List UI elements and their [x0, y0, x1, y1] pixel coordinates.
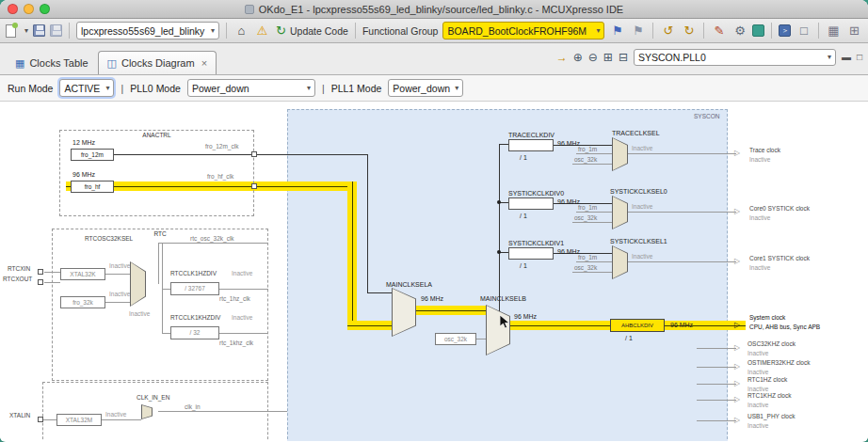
- pll1-mode-combo[interactable]: Power_down ▾: [388, 79, 463, 97]
- fro12m-freq-label: 12 MHz: [72, 139, 95, 147]
- systickclksel1-status: Inactive: [632, 253, 652, 260]
- toolbar-separator: [703, 23, 704, 39]
- rtcclk1khzdiv-block[interactable]: / 32: [170, 326, 219, 339]
- go-to-arrow-icon[interactable]: →: [556, 51, 568, 64]
- ahbclkdiv-freq: 96 MHz: [670, 322, 693, 329]
- pll0-mode-combo[interactable]: Power_down ▾: [187, 79, 315, 97]
- wire: [628, 153, 736, 154]
- systickclksel0-label: SYSTICKCLKSEL0: [610, 188, 667, 196]
- grid-view-icon[interactable]: ▦: [826, 24, 842, 39]
- update-code-icon: ↻: [275, 24, 287, 39]
- toolbar-separator: [818, 23, 819, 39]
- highlighted-wire: [416, 306, 488, 315]
- tab-clocks-diagram[interactable]: ◫ Clocks Diagram ×: [98, 51, 217, 74]
- wire: [697, 400, 736, 401]
- wire: [576, 212, 612, 213]
- osc32k-block[interactable]: osc_32k: [435, 333, 476, 345]
- output-name: OSC32KHZ clock: [747, 340, 796, 348]
- redo-icon[interactable]: ↻: [681, 24, 697, 39]
- functional-group-combo[interactable]: BOARD_BootClockFROHF96M ▾: [442, 22, 604, 39]
- port: [38, 279, 43, 285]
- minimize-view-icon[interactable]: ▬: [842, 52, 851, 62]
- update-code-button[interactable]: ↻ Update Code: [275, 24, 348, 39]
- window-icon[interactable]: □: [796, 24, 812, 39]
- project-combo[interactable]: lpcxpresso55s69_led_blinky ▾: [76, 22, 219, 39]
- wire: [576, 153, 612, 154]
- run-mode-label: Run Mode: [8, 83, 53, 94]
- wand-icon[interactable]: [752, 24, 764, 37]
- bookmark-icon[interactable]: ⚑: [630, 24, 646, 39]
- gear-icon[interactable]: ⚙: [731, 24, 747, 39]
- systickclkdiv1-value: / 1: [520, 262, 527, 270]
- mainclkselb-label: MAINCLKSELB: [480, 295, 526, 303]
- wire: [628, 212, 736, 213]
- close-tab-icon[interactable]: ×: [201, 57, 207, 69]
- port: [251, 151, 257, 157]
- output-arrow-icon: ▷: [734, 380, 740, 387]
- perspective-icon[interactable]: ⊞: [846, 24, 862, 39]
- fro32k-block[interactable]: fro_32k: [60, 296, 105, 308]
- maximize-view-icon[interactable]: □: [857, 52, 862, 62]
- console-icon[interactable]: ＞: [779, 24, 791, 37]
- home-icon[interactable]: ⌂: [233, 24, 249, 39]
- systickclkdiv1-label: SYSTICKCLKDIV1: [508, 240, 564, 247]
- save-icon[interactable]: [33, 24, 45, 37]
- run-mode-combo[interactable]: ACTIVE ▾: [59, 79, 114, 97]
- systick0-in1-label: fro_1m: [578, 204, 597, 212]
- minimize-window-button[interactable]: [24, 4, 34, 14]
- zoom-out-icon[interactable]: ⊖: [588, 51, 598, 64]
- edit-icon[interactable]: ✎: [711, 24, 727, 39]
- systickclkdiv0-block[interactable]: [508, 197, 554, 210]
- ahbclkdiv-value: / 1: [625, 335, 633, 342]
- mainclkselb-freq: 96 MHz: [514, 313, 537, 321]
- rtc-1hz-wire-label: rtc_1hz_clk: [219, 295, 250, 303]
- frohf-block[interactable]: fro_hf: [71, 181, 114, 193]
- component-combo[interactable]: SYSCON.PLL0 ▾: [634, 49, 836, 66]
- chevron-down-icon[interactable]: ▾: [24, 26, 28, 35]
- zoom-window-button[interactable]: [40, 4, 50, 14]
- traceclkdiv-freq: 96 MHz: [557, 140, 580, 148]
- ahbclkdiv-block[interactable]: AHBCLKDIV: [610, 319, 665, 332]
- port: [38, 269, 43, 275]
- output-status: Inactive: [749, 214, 770, 222]
- toolbar-separator: [226, 23, 227, 39]
- rtcclk1hzdiv-block[interactable]: / 32767: [170, 282, 219, 295]
- tab-clocks-table[interactable]: ▦ Clocks Table: [6, 51, 98, 74]
- update-code-label: Update Code: [290, 25, 348, 37]
- fro12m-block[interactable]: fro_12m: [71, 149, 114, 161]
- output-arrow-icon: ▷: [734, 150, 740, 157]
- output-arrow-icon: ▷: [734, 344, 740, 352]
- traceclkdiv-value: / 1: [520, 154, 527, 162]
- new-file-icon[interactable]: [6, 24, 16, 38]
- trace-in2-label: osc_32k: [574, 156, 597, 164]
- rtc-osc-wire-label: rtc_osc_32k_clk: [190, 235, 234, 243]
- clk-in-wire-label: clk_in: [185, 403, 201, 411]
- wire: [367, 154, 368, 293]
- monitor-icon[interactable]: ⊟: [619, 51, 628, 64]
- flag-icon[interactable]: ⚑: [609, 24, 625, 39]
- toolbar-separator: [652, 23, 653, 39]
- xtalin-pin-label: XTALIN: [9, 412, 30, 419]
- mainclksela-freq: 96 MHz: [421, 295, 443, 303]
- traceclkdiv-block[interactable]: [508, 139, 554, 151]
- xtal32m-block[interactable]: XTAL32M: [56, 414, 102, 426]
- systickclkdiv1-block[interactable]: [508, 247, 554, 260]
- systickclksel1-label: SYSTICKCLKSEL1: [610, 238, 667, 245]
- close-window-button[interactable]: [8, 4, 18, 14]
- xtal32k-block[interactable]: XTAL32K: [60, 268, 105, 280]
- zoom-in-icon[interactable]: ⊕: [573, 51, 583, 64]
- undo-icon[interactable]: ↺: [660, 24, 676, 39]
- save-all-icon[interactable]: [50, 24, 62, 37]
- fit-diagram-icon[interactable]: ⊞: [603, 51, 613, 64]
- functional-group-label: Functional Group: [362, 25, 439, 37]
- toolbar-separator: [771, 23, 772, 39]
- mode-bar: Run Mode ACTIVE ▾ | PLL0 Mode Power_down…: [0, 75, 868, 102]
- component-combo-value: SYSCON.PLL0: [638, 52, 824, 63]
- output-status: Inactive: [747, 369, 768, 376]
- highlighted-wire: [347, 182, 357, 330]
- traceclksel-label: TRACECLKSEL: [612, 130, 660, 137]
- rtcclk1khzdiv-label: RTCCLK1KHZDIV: [170, 314, 220, 322]
- warning-icon[interactable]: ⚠: [254, 24, 270, 39]
- mcuxpresso-window: OKdo_E1 - lpcxpresso55s69_led_blinky/sou…: [0, 0, 868, 442]
- frohf-freq-label: 96 MHz: [72, 171, 95, 179]
